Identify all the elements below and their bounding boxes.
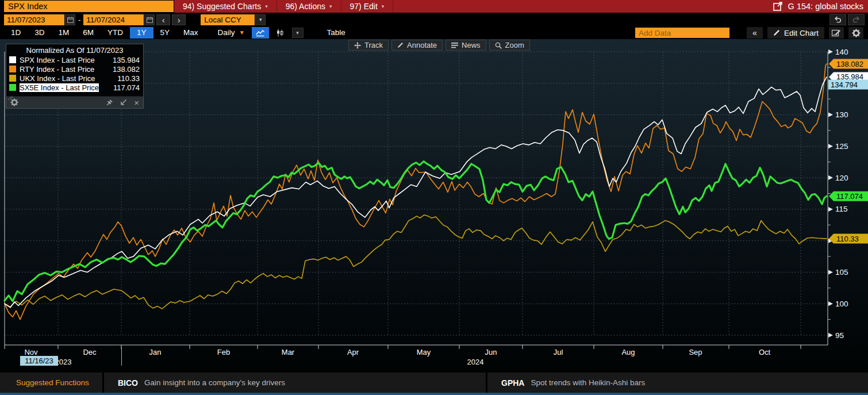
y-axis-tick-label: 140	[835, 48, 848, 56]
collapse-icon[interactable]	[120, 99, 127, 106]
y-axis-major-tick	[828, 207, 833, 212]
x-axis-month-label: Jun	[485, 348, 497, 356]
magnifier-icon	[495, 42, 502, 49]
currency-select[interactable]: Local CCY	[201, 14, 255, 25]
gear-icon[interactable]	[10, 98, 18, 106]
zoom-button[interactable]: Zoom	[489, 40, 530, 51]
candlestick-icon	[276, 29, 284, 37]
pin-icon[interactable]	[106, 99, 113, 106]
function-description: Spot trends with Heikin-Ashi bars	[531, 378, 645, 387]
suggested-function-gpha[interactable]: GPHA Spot trends with Heikin-Ashi bars	[487, 373, 868, 393]
legend-resize-grip[interactable]	[6, 92, 143, 96]
close-icon[interactable]: ×	[134, 98, 139, 107]
legend-series-value: 117.074	[113, 83, 140, 92]
suggested-function-bico[interactable]: BICO Gain insight into a company's key d…	[104, 373, 486, 393]
news-icon	[451, 43, 458, 48]
line-chart-type-button[interactable]	[252, 27, 269, 39]
price-tag-label: 110.33	[836, 235, 859, 243]
series-color-swatch	[9, 75, 16, 82]
legend-item-spx[interactable]: SPX Index - Last Price135.984	[6, 55, 143, 64]
y-axis-major-tick	[828, 175, 833, 180]
y-axis-tick-label: 125	[835, 142, 848, 151]
y-axis-major-tick	[828, 49, 833, 54]
pencil-icon	[773, 29, 780, 36]
range-tab-1d[interactable]: 1D	[4, 27, 28, 39]
edit-chart-button[interactable]: Edit Chart	[767, 27, 824, 39]
series-color-swatch	[9, 66, 16, 72]
candlestick-chart-type-button[interactable]	[271, 27, 289, 39]
y-axis-major-tick	[828, 301, 833, 306]
range-tab-5y[interactable]: 5Y	[153, 27, 177, 39]
x-axis-month-label: Feb	[217, 348, 230, 356]
y-axis-major-tick	[828, 113, 833, 117]
menu-item-actions[interactable]: 96) Actions▾	[277, 0, 341, 13]
suggested-functions-bar: Suggested Functions BICO Gain insight in…	[0, 373, 868, 393]
y-axis-major-tick	[828, 270, 833, 274]
y-axis-tick-label: 130	[835, 110, 848, 119]
date-range-separator: -	[78, 16, 80, 24]
export-icon[interactable]	[773, 2, 783, 11]
x-axis-month-label: Nov	[24, 348, 38, 356]
pencil-icon	[397, 42, 404, 48]
y-axis-tick-label: 100	[835, 300, 848, 308]
security-input[interactable]	[4, 1, 174, 12]
annotate-button[interactable]: Annotate	[391, 40, 443, 51]
chart-annotation-settings-button[interactable]	[829, 27, 844, 39]
x-axis-month-label: Sep	[689, 348, 702, 356]
legend-item-sx5e[interactable]: SX5E Index - Last Price117.074	[6, 83, 143, 92]
y-axis-major-tick	[828, 144, 833, 148]
x-axis-month-label: Dec	[83, 348, 97, 356]
currency-caret-button[interactable]: ▾	[255, 14, 266, 25]
range-tab-max[interactable]: Max	[176, 27, 205, 39]
x-axis-month-label: Oct	[759, 348, 771, 356]
x-axis-month-label: Jan	[149, 348, 162, 356]
menubar-items: 94) Suggested Charts▾96) Actions▾97) Edi…	[174, 0, 393, 13]
chart-settings-button[interactable]	[848, 27, 863, 39]
range-tab-ytd[interactable]: YTD	[101, 27, 130, 39]
redo-icon	[852, 16, 861, 23]
chart-type-caret-button[interactable]: ▾	[292, 28, 304, 38]
start-date-input[interactable]	[4, 14, 64, 25]
bottom-accent-strip	[0, 393, 868, 395]
range-tab-1y[interactable]: 1Y	[130, 27, 153, 39]
start-date-calendar-button[interactable]	[65, 14, 75, 25]
y-axis-major-tick	[828, 333, 833, 338]
chevron-down-icon: ▾	[382, 3, 385, 9]
x-axis-month-label: Apr	[347, 348, 359, 356]
series-line-ukx	[5, 215, 827, 309]
table-button[interactable]: Table	[317, 27, 355, 39]
end-date-calendar-button[interactable]	[144, 14, 155, 25]
range-tabs: 1D3D1M6MYTD1Y5YMax	[4, 27, 205, 39]
series-color-swatch	[9, 56, 16, 63]
chart-overlay-buttons: TrackAnnotateNewsZoom	[348, 40, 530, 51]
legend-series-name: UKX Index - Last Price	[20, 74, 95, 83]
menu-item-suggested-charts[interactable]: 94) Suggested Charts▾	[174, 0, 277, 13]
news-button[interactable]: News	[445, 40, 486, 51]
frequency-select[interactable]: Daily ▼	[213, 27, 249, 39]
chart-area: NovDecJanFebMarAprMayJunJulAugSepOct2023…	[0, 39, 868, 373]
range-tab-6m[interactable]: 6M	[76, 27, 101, 39]
button-label: Zoom	[505, 41, 524, 49]
y-axis-tick-label: 115	[835, 205, 848, 213]
frequency-label: Daily	[218, 27, 235, 39]
range-tab-1m[interactable]: 1M	[52, 27, 76, 39]
legend-footer: ×	[6, 96, 143, 108]
menubar: 94) Suggested Charts▾96) Actions▾97) Edi…	[174, 0, 868, 13]
range-tab-3d[interactable]: 3D	[28, 27, 51, 39]
track-button[interactable]: Track	[348, 40, 389, 51]
redo-button[interactable]	[848, 14, 865, 25]
menu-item-edit[interactable]: 97) Edit▾	[341, 0, 394, 13]
add-data-input[interactable]	[635, 28, 729, 38]
legend-item-ukx[interactable]: UKX Index - Last Price110.33	[6, 74, 143, 83]
end-date-input[interactable]	[83, 14, 144, 25]
edit-chart-label: Edit Chart	[784, 29, 819, 37]
period-back-button[interactable]: ‹	[156, 14, 170, 25]
command-bar: 94) Suggested Charts▾96) Actions▾97) Edi…	[0, 0, 868, 13]
undo-button[interactable]	[829, 14, 846, 25]
period-forward-button[interactable]: ›	[172, 14, 186, 25]
chart-legend[interactable]: Normalized As Of 11/07/2023 SPX Index - …	[6, 44, 144, 109]
legend-item-rty[interactable]: RTY Index - Last Price138.082	[6, 64, 143, 74]
button-label: Track	[364, 41, 383, 49]
legend-title: Normalized As Of 11/07/2023	[6, 44, 143, 55]
collapse-panel-button[interactable]: «	[747, 27, 763, 39]
